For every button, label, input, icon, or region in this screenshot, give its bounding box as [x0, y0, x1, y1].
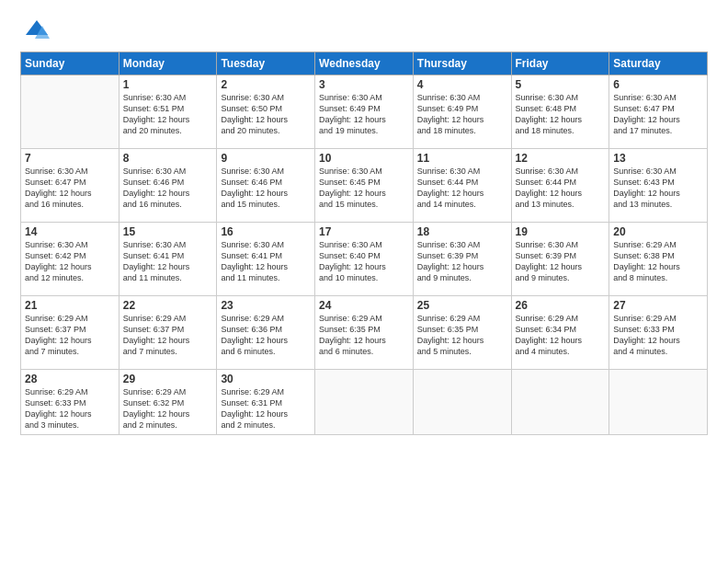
day-info: Sunrise: 6:29 AM Sunset: 6:35 PM Dayligh… [319, 313, 409, 358]
day-number: 17 [319, 225, 409, 238]
day-info: Sunrise: 6:30 AM Sunset: 6:48 PM Dayligh… [516, 92, 606, 137]
day-info: Sunrise: 6:30 AM Sunset: 6:46 PM Dayligh… [123, 166, 213, 211]
calendar-week-row: 21Sunrise: 6:29 AM Sunset: 6:37 PM Dayli… [21, 296, 708, 370]
calendar-cell: 4Sunrise: 6:30 AM Sunset: 6:49 PM Daylig… [413, 75, 511, 149]
day-info: Sunrise: 6:29 AM Sunset: 6:36 PM Dayligh… [221, 313, 311, 358]
day-number: 16 [221, 225, 311, 238]
day-number: 14 [25, 225, 115, 238]
day-info: Sunrise: 6:29 AM Sunset: 6:31 PM Dayligh… [221, 386, 311, 431]
calendar-cell [413, 370, 511, 435]
calendar-cell: 17Sunrise: 6:30 AM Sunset: 6:40 PM Dayli… [315, 223, 414, 296]
calendar-cell: 14Sunrise: 6:30 AM Sunset: 6:42 PM Dayli… [21, 223, 119, 296]
calendar-cell: 8Sunrise: 6:30 AM Sunset: 6:46 PM Daylig… [119, 149, 217, 223]
calendar-cell: 19Sunrise: 6:30 AM Sunset: 6:39 PM Dayli… [511, 223, 609, 296]
calendar-cell: 18Sunrise: 6:30 AM Sunset: 6:39 PM Dayli… [413, 223, 511, 296]
calendar-cell: 28Sunrise: 6:29 AM Sunset: 6:33 PM Dayli… [21, 370, 119, 435]
calendar-cell: 13Sunrise: 6:30 AM Sunset: 6:43 PM Dayli… [609, 149, 708, 223]
day-info: Sunrise: 6:30 AM Sunset: 6:47 PM Dayligh… [25, 166, 115, 211]
day-info: Sunrise: 6:30 AM Sunset: 6:46 PM Dayligh… [221, 166, 311, 211]
calendar-cell: 26Sunrise: 6:29 AM Sunset: 6:34 PM Dayli… [511, 296, 609, 370]
weekday-header-row: SundayMondayTuesdayWednesdayThursdayFrid… [21, 52, 708, 75]
day-number: 20 [613, 225, 703, 238]
day-number: 2 [221, 78, 311, 91]
calendar-cell: 15Sunrise: 6:30 AM Sunset: 6:41 PM Dayli… [119, 223, 217, 296]
day-number: 7 [25, 152, 115, 165]
day-info: Sunrise: 6:29 AM Sunset: 6:34 PM Dayligh… [516, 313, 606, 358]
day-number: 23 [221, 299, 311, 312]
header [20, 17, 708, 42]
calendar-cell [315, 370, 414, 435]
day-number: 29 [123, 373, 213, 385]
day-info: Sunrise: 6:29 AM Sunset: 6:33 PM Dayligh… [25, 386, 115, 431]
day-number: 30 [221, 373, 311, 385]
calendar-cell: 22Sunrise: 6:29 AM Sunset: 6:37 PM Dayli… [119, 296, 217, 370]
calendar-cell: 27Sunrise: 6:29 AM Sunset: 6:33 PM Dayli… [609, 296, 708, 370]
day-info: Sunrise: 6:30 AM Sunset: 6:42 PM Dayligh… [25, 239, 115, 284]
day-info: Sunrise: 6:30 AM Sunset: 6:49 PM Dayligh… [417, 92, 507, 137]
day-info: Sunrise: 6:29 AM Sunset: 6:38 PM Dayligh… [613, 239, 703, 284]
weekday-header-monday: Monday [119, 52, 217, 75]
calendar-cell: 7Sunrise: 6:30 AM Sunset: 6:47 PM Daylig… [21, 149, 119, 223]
calendar-cell: 29Sunrise: 6:29 AM Sunset: 6:32 PM Dayli… [119, 370, 217, 435]
calendar-week-row: 28Sunrise: 6:29 AM Sunset: 6:33 PM Dayli… [21, 370, 708, 435]
calendar-cell [609, 370, 708, 435]
calendar-cell: 11Sunrise: 6:30 AM Sunset: 6:44 PM Dayli… [413, 149, 511, 223]
day-info: Sunrise: 6:30 AM Sunset: 6:44 PM Dayligh… [516, 166, 606, 211]
day-info: Sunrise: 6:30 AM Sunset: 6:51 PM Dayligh… [123, 92, 213, 137]
calendar-cell: 2Sunrise: 6:30 AM Sunset: 6:50 PM Daylig… [217, 75, 315, 149]
day-number: 8 [123, 152, 213, 165]
page: SundayMondayTuesdayWednesdayThursdayFrid… [0, 0, 728, 563]
calendar-cell: 3Sunrise: 6:30 AM Sunset: 6:49 PM Daylig… [315, 75, 414, 149]
day-number: 15 [123, 225, 213, 238]
calendar-cell [511, 370, 609, 435]
calendar-cell: 16Sunrise: 6:30 AM Sunset: 6:41 PM Dayli… [217, 223, 315, 296]
weekday-header-sunday: Sunday [21, 52, 119, 75]
day-number: 21 [25, 299, 115, 312]
calendar-cell: 21Sunrise: 6:29 AM Sunset: 6:37 PM Dayli… [21, 296, 119, 370]
calendar-cell: 12Sunrise: 6:30 AM Sunset: 6:44 PM Dayli… [511, 149, 609, 223]
weekday-header-thursday: Thursday [413, 52, 511, 75]
day-number: 25 [417, 299, 507, 312]
day-number: 4 [417, 78, 507, 91]
calendar-cell: 10Sunrise: 6:30 AM Sunset: 6:45 PM Dayli… [315, 149, 414, 223]
day-number: 26 [516, 299, 606, 312]
calendar-cell: 24Sunrise: 6:29 AM Sunset: 6:35 PM Dayli… [315, 296, 414, 370]
day-info: Sunrise: 6:30 AM Sunset: 6:50 PM Dayligh… [221, 92, 311, 137]
day-info: Sunrise: 6:30 AM Sunset: 6:43 PM Dayligh… [613, 166, 703, 211]
day-info: Sunrise: 6:30 AM Sunset: 6:41 PM Dayligh… [123, 239, 213, 284]
calendar-cell: 20Sunrise: 6:29 AM Sunset: 6:38 PM Dayli… [609, 223, 708, 296]
calendar-week-row: 14Sunrise: 6:30 AM Sunset: 6:42 PM Dayli… [21, 223, 708, 296]
calendar-cell: 1Sunrise: 6:30 AM Sunset: 6:51 PM Daylig… [119, 75, 217, 149]
day-number: 27 [613, 299, 703, 312]
day-number: 12 [516, 152, 606, 165]
day-number: 18 [417, 225, 507, 238]
day-number: 5 [516, 78, 606, 91]
day-info: Sunrise: 6:30 AM Sunset: 6:45 PM Dayligh… [319, 166, 409, 211]
day-number: 3 [319, 78, 409, 91]
day-number: 11 [417, 152, 507, 165]
day-info: Sunrise: 6:30 AM Sunset: 6:39 PM Dayligh… [417, 239, 507, 284]
day-number: 6 [613, 78, 703, 91]
calendar-cell: 5Sunrise: 6:30 AM Sunset: 6:48 PM Daylig… [511, 75, 609, 149]
day-info: Sunrise: 6:30 AM Sunset: 6:49 PM Dayligh… [319, 92, 409, 137]
calendar-cell [21, 75, 119, 149]
weekday-header-wednesday: Wednesday [315, 52, 414, 75]
day-number: 24 [319, 299, 409, 312]
day-info: Sunrise: 6:29 AM Sunset: 6:32 PM Dayligh… [123, 386, 213, 431]
day-number: 10 [319, 152, 409, 165]
weekday-header-tuesday: Tuesday [217, 52, 315, 75]
day-info: Sunrise: 6:29 AM Sunset: 6:35 PM Dayligh… [417, 313, 507, 358]
day-number: 13 [613, 152, 703, 165]
calendar-cell: 30Sunrise: 6:29 AM Sunset: 6:31 PM Dayli… [217, 370, 315, 435]
calendar-cell: 23Sunrise: 6:29 AM Sunset: 6:36 PM Dayli… [217, 296, 315, 370]
day-number: 19 [516, 225, 606, 238]
calendar-table: SundayMondayTuesdayWednesdayThursdayFrid… [20, 52, 708, 435]
day-number: 1 [123, 78, 213, 91]
calendar-cell: 25Sunrise: 6:29 AM Sunset: 6:35 PM Dayli… [413, 296, 511, 370]
day-info: Sunrise: 6:30 AM Sunset: 6:39 PM Dayligh… [516, 239, 606, 284]
calendar-week-row: 1Sunrise: 6:30 AM Sunset: 6:51 PM Daylig… [21, 75, 708, 149]
day-number: 9 [221, 152, 311, 165]
day-info: Sunrise: 6:30 AM Sunset: 6:41 PM Dayligh… [221, 239, 311, 284]
day-number: 28 [25, 373, 115, 385]
day-info: Sunrise: 6:30 AM Sunset: 6:44 PM Dayligh… [417, 166, 507, 211]
